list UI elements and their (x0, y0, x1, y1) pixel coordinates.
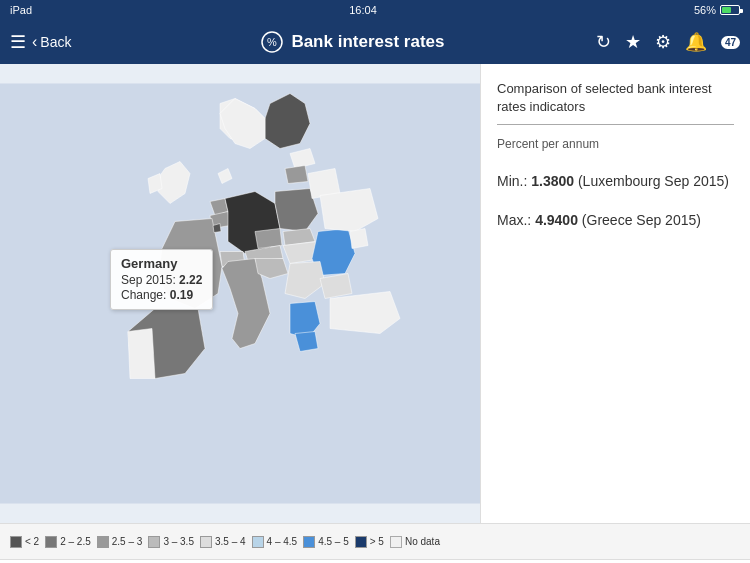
legend-swatch-45-5 (303, 536, 315, 548)
header-right: ↻ ★ ⚙ 🔔 47 (596, 31, 740, 53)
legend-label-4-45: 4 – 4.5 (267, 536, 298, 547)
legend-bar: < 2 2 – 2.5 2.5 – 3 3 – 3.5 3.5 – 4 4 – … (0, 523, 750, 559)
panel-min: Min.: 1.3800 (Luxembourg Sep 2015) (497, 171, 734, 192)
refresh-icon[interactable]: ↻ (596, 31, 611, 53)
legend-label-nodata: No data (405, 536, 440, 547)
bank-rates-icon: % (261, 31, 283, 53)
page-title: Bank interest rates (291, 32, 444, 52)
legend-item-45-5: 4.5 – 5 (303, 536, 349, 548)
legend-item-4-45: 4 – 4.5 (252, 536, 298, 548)
status-bar: iPad 16:04 56% (0, 0, 750, 20)
menu-icon[interactable]: ☰ (10, 31, 26, 53)
panel-max: Max.: 4.9400 (Greece Sep 2015) (497, 210, 734, 231)
status-bar-right: 56% (694, 4, 740, 16)
timeline-bar: Sep 2015 (0, 559, 750, 563)
legend-swatch-4-45 (252, 536, 264, 548)
europe-map (0, 64, 480, 523)
legend-label-2-25: 2 – 2.5 (60, 536, 91, 547)
panel-title: Comparison of selected bank interest rat… (497, 80, 734, 116)
star-icon[interactable]: ★ (625, 31, 641, 53)
map-area: Germany Sep 2015: 2.22 Change: 0.19 (0, 64, 480, 523)
back-button[interactable]: ‹ Back (32, 33, 71, 51)
svg-text:%: % (268, 36, 278, 48)
notifications-icon[interactable]: 🔔 (685, 31, 707, 53)
battery-percent: 56% (694, 4, 716, 16)
panel-subtitle: Percent per annum (497, 137, 734, 151)
back-label: Back (40, 34, 71, 50)
header-center: % Bank interest rates (110, 31, 596, 53)
legend-label-lt2: < 2 (25, 536, 39, 547)
legend-label-gt5: > 5 (370, 536, 384, 547)
legend-item-25-3: 2.5 – 3 (97, 536, 143, 548)
legend-swatch-lt2 (10, 536, 22, 548)
settings-icon[interactable]: ⚙ (655, 31, 671, 53)
legend-item-nodata: No data (390, 536, 440, 548)
legend-swatch-nodata (390, 536, 402, 548)
right-panel: Comparison of selected bank interest rat… (480, 64, 750, 523)
header-bar: ☰ ‹ Back % Bank interest rates ↻ ★ ⚙ 🔔 4… (0, 20, 750, 64)
legend-item-2-25: 2 – 2.5 (45, 536, 91, 548)
legend-item-3-35: 3 – 3.5 (148, 536, 194, 548)
main-content: Germany Sep 2015: 2.22 Change: 0.19 Comp… (0, 64, 750, 523)
legend-swatch-gt5 (355, 536, 367, 548)
panel-divider (497, 124, 734, 125)
legend-swatch-35-4 (200, 536, 212, 548)
legend-swatch-25-3 (97, 536, 109, 548)
legend-label-3-35: 3 – 3.5 (163, 536, 194, 547)
legend-item-gt5: > 5 (355, 536, 384, 548)
legend-label-25-3: 2.5 – 3 (112, 536, 143, 547)
notification-count: 47 (721, 36, 740, 49)
legend-label-45-5: 4.5 – 5 (318, 536, 349, 547)
device-label: iPad (10, 4, 32, 16)
legend-swatch-3-35 (148, 536, 160, 548)
legend-label-35-4: 3.5 – 4 (215, 536, 246, 547)
battery-icon (720, 5, 740, 15)
time-label: 16:04 (349, 4, 377, 16)
chevron-left-icon: ‹ (32, 33, 37, 51)
legend-swatch-2-25 (45, 536, 57, 548)
legend-item-lt2: < 2 (10, 536, 39, 548)
legend-item-35-4: 3.5 – 4 (200, 536, 246, 548)
header-left: ☰ ‹ Back (10, 31, 110, 53)
